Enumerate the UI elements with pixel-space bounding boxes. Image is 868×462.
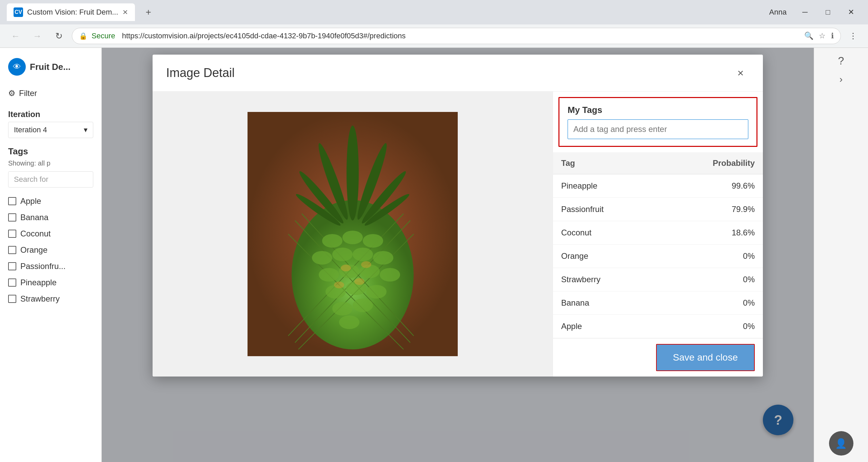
svg-point-21 — [366, 285, 387, 299]
tag-checkbox-strawberry[interactable] — [8, 295, 16, 303]
svg-point-34 — [334, 282, 344, 288]
filter-button[interactable]: ⚙ Filter — [8, 86, 93, 101]
browser-chrome: CV Custom Vision: Fruit Dem... ✕ + Anna … — [0, 0, 868, 48]
search-icon[interactable]: 🔍 — [804, 32, 813, 40]
svg-point-10 — [363, 234, 383, 248]
tag-checkbox-coconut[interactable] — [8, 230, 16, 238]
probability-cell: 0% — [658, 291, 763, 315]
sidebar: 👁 Fruit De... ⚙ Filter Iteration Iterati… — [0, 48, 102, 462]
svg-point-22 — [332, 302, 353, 315]
tags-panel: My Tags Tag Probability — [553, 92, 763, 377]
tag-item-coconut[interactable]: Coconut — [0, 226, 101, 242]
probability-column-header: Probability — [658, 152, 763, 174]
tag-item-strawberry[interactable]: Strawberry — [0, 291, 101, 307]
maximize-button[interactable]: □ — [818, 4, 838, 20]
tags-list: Apple Banana Coconut Orange Passionfru..… — [0, 193, 101, 307]
svg-point-9 — [342, 231, 363, 244]
tag-cell: Banana — [553, 291, 658, 315]
tags-heading: Tags — [0, 138, 101, 159]
reload-button[interactable]: ↻ — [50, 27, 68, 45]
predictions-scroll[interactable]: Tag Probability Pineapple 99.6% — [553, 152, 763, 338]
new-tab-button[interactable]: + — [140, 4, 157, 20]
filter-icon: ⚙ — [8, 89, 16, 98]
svg-point-32 — [341, 265, 351, 271]
tag-checkbox-banana[interactable] — [8, 213, 16, 222]
svg-point-25 — [347, 126, 359, 220]
logo-text: Fruit De... — [30, 62, 71, 72]
iteration-heading: Iteration — [0, 104, 101, 122]
help-icon[interactable]: ? — [838, 55, 844, 67]
modal-dialog: Image Detail × — [153, 55, 763, 377]
forward-button[interactable]: → — [28, 27, 46, 45]
tag-cell: Apple — [553, 315, 658, 338]
table-row: Coconut 18.6% — [553, 221, 763, 245]
modal-footer: Save and close — [553, 338, 763, 377]
svg-point-15 — [319, 268, 339, 282]
svg-point-24 — [339, 315, 359, 329]
address-bar[interactable]: 🔒 Secure https://customvision.ai/project… — [72, 28, 841, 44]
window-controls: Anna ─ □ ✕ — [769, 4, 861, 20]
tag-cell: Passionfruit — [553, 198, 658, 221]
modal-close-button[interactable]: × — [732, 64, 749, 82]
tag-checkbox-passionfruit[interactable] — [8, 262, 16, 270]
expand-button[interactable]: › — [840, 74, 843, 85]
iteration-value: Iteration 4 — [14, 126, 47, 134]
predictions-table: Tag Probability Pineapple 99.6% — [553, 152, 763, 338]
url-text: https://customvision.ai/projects/ec4105d… — [122, 32, 800, 40]
tag-item-banana[interactable]: Banana — [0, 209, 101, 226]
svg-point-18 — [380, 268, 400, 282]
modal-overlay[interactable]: Image Detail × — [102, 48, 814, 462]
tag-item-orange[interactable]: Orange — [0, 242, 101, 258]
search-placeholder: Search for — [14, 175, 48, 184]
close-window-button[interactable]: ✕ — [841, 4, 861, 20]
image-area — [153, 92, 553, 377]
tag-item-pineapple[interactable]: Pineapple — [0, 274, 101, 291]
tag-checkbox-pineapple[interactable] — [8, 278, 16, 287]
secure-label: Secure — [92, 32, 115, 40]
right-panel: ? › 👤 — [814, 48, 868, 462]
table-row: Apple 0% — [553, 315, 763, 338]
tab-close-icon[interactable]: ✕ — [122, 8, 128, 16]
main-area: Image Detail × — [102, 48, 814, 462]
page-content: 👁 Fruit De... ⚙ Filter Iteration Iterati… — [0, 48, 868, 462]
tag-checkbox-orange[interactable] — [8, 246, 16, 254]
modal-body: My Tags Tag Probability — [153, 92, 763, 377]
tag-cell: Orange — [553, 245, 658, 268]
tag-item-apple[interactable]: Apple — [0, 193, 101, 209]
address-actions: 🔍 ☆ ℹ — [804, 32, 834, 40]
minimize-button[interactable]: ─ — [795, 4, 815, 20]
user-avatar[interactable]: 👤 — [829, 431, 853, 456]
back-button[interactable]: ← — [7, 27, 24, 45]
tag-input[interactable] — [568, 119, 748, 139]
tag-label-pineapple: Pineapple — [20, 278, 57, 287]
browser-tab[interactable]: CV Custom Vision: Fruit Dem... ✕ — [7, 3, 135, 21]
probability-cell: 0% — [658, 245, 763, 268]
showing-text: Showing: all p — [0, 159, 101, 171]
filter-section: ⚙ Filter — [0, 82, 101, 104]
probability-cell: 99.6% — [658, 174, 763, 198]
sidebar-logo: 👁 Fruit De... — [0, 55, 101, 82]
predictions-header-row: Tag Probability — [553, 152, 763, 174]
info-icon[interactable]: ℹ — [831, 32, 834, 40]
toolbar-actions: ⋮ — [845, 28, 861, 44]
tags-search[interactable]: Search for — [8, 171, 93, 188]
bookmark-icon[interactable]: ☆ — [819, 32, 826, 40]
secure-icon: 🔒 — [79, 32, 87, 40]
save-close-button[interactable]: Save and close — [656, 344, 755, 371]
my-tags-label: My Tags — [568, 105, 748, 115]
tag-cell: Coconut — [553, 221, 658, 245]
probability-cell: 0% — [658, 268, 763, 291]
modal-title: Image Detail — [166, 66, 235, 80]
extensions-button[interactable]: ⋮ — [845, 28, 861, 44]
table-row: Passionfruit 79.9% — [553, 198, 763, 221]
browser-toolbar: ← → ↻ 🔒 Secure https://customvision.ai/p… — [0, 24, 868, 47]
user-name-label: Anna — [769, 8, 787, 17]
tag-cell: Pineapple — [553, 174, 658, 198]
table-row: Pineapple 99.6% — [553, 174, 763, 198]
iteration-dropdown[interactable]: Iteration 4 ▾ — [8, 122, 93, 138]
tag-checkbox-apple[interactable] — [8, 197, 16, 205]
tag-item-passionfruit[interactable]: Passionfru... — [0, 258, 101, 274]
probability-cell: 18.6% — [658, 221, 763, 245]
predictions-tbody: Pineapple 99.6% Passionfruit 79.9% — [553, 174, 763, 338]
tag-label-strawberry: Strawberry — [20, 294, 60, 304]
